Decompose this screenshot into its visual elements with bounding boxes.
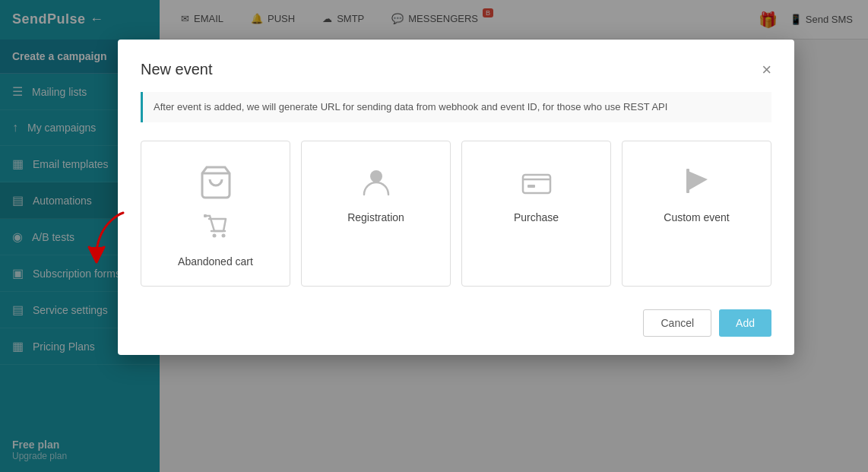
svg-rect-5 <box>527 185 535 188</box>
svg-point-1 <box>212 233 216 237</box>
cancel-button[interactable]: Cancel <box>643 309 711 337</box>
modal-footer: Cancel Add <box>141 309 771 337</box>
svg-point-2 <box>221 233 225 237</box>
modal-info-text: After event is added, we will generate U… <box>141 92 771 122</box>
modal-header: New event × <box>141 61 771 78</box>
event-card-registration[interactable]: Registration <box>301 141 451 287</box>
registration-label: Registration <box>347 211 404 223</box>
abandoned-cart-icon <box>198 164 234 245</box>
event-card-abandoned-cart[interactable]: Abandoned cart <box>141 141 290 287</box>
svg-rect-4 <box>523 175 550 193</box>
purchase-icon <box>518 164 555 201</box>
event-card-purchase[interactable]: Purchase <box>461 141 611 287</box>
registration-icon <box>358 164 394 201</box>
new-event-modal: New event × After event is added, we wil… <box>118 40 794 355</box>
svg-point-3 <box>370 170 382 182</box>
custom-event-icon <box>679 164 715 201</box>
purchase-label: Purchase <box>514 211 559 223</box>
add-button[interactable]: Add <box>719 309 771 337</box>
event-card-custom-event[interactable]: Custom event <box>622 141 771 287</box>
modal-close-button[interactable]: × <box>762 62 771 78</box>
modal-title: New event <box>141 61 213 78</box>
abandoned-cart-label: Abandoned cart <box>178 255 253 268</box>
custom-event-label: Custom event <box>664 211 729 223</box>
svg-rect-6 <box>686 169 689 193</box>
event-cards-container: Abandoned cart Registration Purchase <box>141 141 771 287</box>
